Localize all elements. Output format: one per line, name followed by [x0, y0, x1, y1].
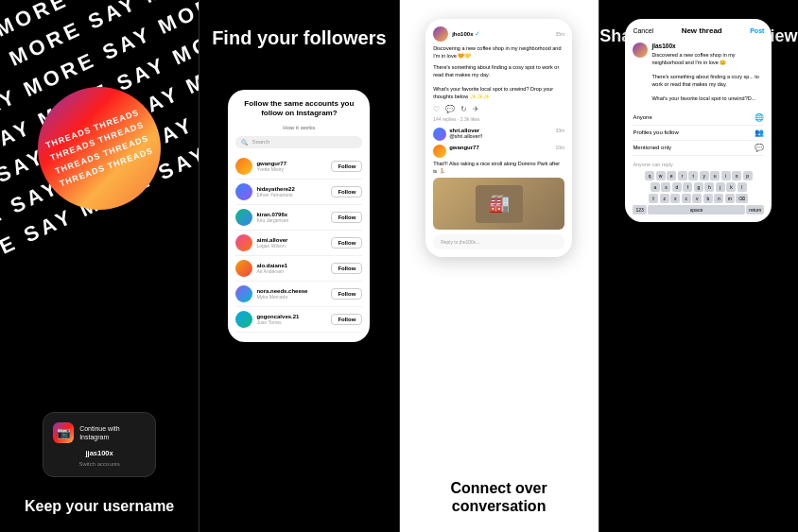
follow-info: gogoncalves.21 Juan Torres — [256, 314, 331, 325]
repost-icon[interactable]: ↻ — [460, 105, 467, 113]
key-c[interactable]: c — [682, 194, 691, 203]
panel-1-phone: 📷 Continue with Instagram jjas100x Switc… — [38, 412, 161, 477]
connect-instagram-row: 📷 Continue with Instagram — [53, 422, 146, 443]
post-button[interactable]: Post — [750, 27, 764, 34]
compose-content: jlas100x Discovered a new coffee shop in… — [651, 43, 764, 103]
follow-realname: Juan Torres — [256, 319, 331, 325]
key-return[interactable]: return — [746, 205, 764, 215]
share-icon[interactable]: ✈ — [473, 105, 479, 113]
follow-button[interactable]: Follow — [331, 161, 362, 172]
follow-row: hidayathere22 Ethan Yamamoto Follow — [235, 180, 362, 205]
keyboard-row-2: a s d f g h j k l — [633, 182, 764, 192]
key-o[interactable]: o — [732, 171, 741, 180]
key-t[interactable]: t — [688, 171, 698, 180]
key-r[interactable]: r — [678, 171, 687, 180]
avatar — [235, 183, 252, 200]
key-shift[interactable]: ⇧ — [649, 194, 658, 203]
search-box[interactable]: 🔍 Search — [235, 136, 362, 148]
key-d[interactable]: d — [672, 182, 682, 192]
gwan-text: That!!! Also taking a nice stroll along … — [433, 161, 564, 175]
comment-time: 33m — [555, 128, 564, 133]
follow-info: nora.needs.cheese Myka Mercado — [256, 288, 331, 300]
compose-text[interactable]: Discovered a new coffee shop in my neigh… — [651, 52, 764, 103]
gwan-username: gwangur77 — [449, 145, 479, 158]
panel-keep-username: SAY MORE SAY MORE SAY MORE SAY MORE SAY … — [0, 0, 199, 532]
follow-button[interactable]: Follow — [331, 263, 362, 274]
key-w[interactable]: w — [656, 171, 666, 180]
follow-header: Follow the same accounts you follow on I… — [235, 99, 362, 119]
follow-button[interactable]: Follow — [331, 314, 362, 325]
switch-accounts: Switch accounts — [53, 461, 146, 467]
follow-info: hidayathere22 Ethan Yamamoto — [256, 186, 331, 197]
key-g[interactable]: g — [694, 182, 703, 192]
compose-username: jlas100x — [651, 43, 764, 49]
key-backspace[interactable]: ⌫ — [736, 194, 748, 203]
key-z[interactable]: z — [660, 194, 669, 203]
key-a[interactable]: a — [651, 182, 660, 192]
follow-row: nora.needs.cheese Myka Mercado Follow — [235, 282, 362, 307]
key-f[interactable]: f — [683, 182, 692, 192]
gwan-time: 10m — [555, 145, 564, 158]
like-count: 2.3k likes — [460, 116, 480, 122]
key-q[interactable]: q — [645, 171, 654, 180]
key-e[interactable]: e — [667, 171, 676, 180]
key-i[interactable]: i — [721, 171, 731, 180]
key-v[interactable]: v — [692, 194, 702, 203]
follow-button[interactable]: Follow — [331, 186, 362, 197]
key-u[interactable]: u — [710, 171, 720, 180]
key-p[interactable]: p — [743, 171, 753, 180]
key-m[interactable]: m — [725, 194, 735, 203]
follow-button[interactable]: Follow — [331, 288, 362, 300]
key-n[interactable]: n — [714, 194, 723, 203]
panel-4-phone: Cancel New thread Post jlas100x Discover… — [625, 19, 772, 222]
key-j[interactable]: j — [716, 182, 725, 192]
svg-text:🏭: 🏭 — [489, 193, 511, 214]
follow-realname: Air Andersen — [256, 268, 331, 274]
panel-1-label: Keep your username — [15, 497, 183, 515]
post-stats: 144 replies · 2.3k likes — [433, 116, 564, 122]
key-k[interactable]: k — [726, 182, 736, 192]
keyboard-row-3: ⇧ z x c v b n m ⌫ — [633, 194, 764, 203]
panel-share-view: Share your point of view Cancel New thre… — [598, 0, 798, 532]
follow-realname: Kiru Jørgensen — [256, 217, 331, 223]
key-b[interactable]: b — [703, 194, 713, 203]
search-placeholder: Search — [252, 139, 269, 145]
avatar — [235, 311, 252, 328]
thread-compose: jlas100x Discovered a new coffee shop in… — [633, 43, 764, 103]
follow-button[interactable]: Follow — [331, 237, 362, 249]
post-username: jho100x — [452, 31, 473, 37]
follow-info: gwangur77 Yvette Mistry — [256, 161, 331, 172]
new-thread-title: New thread — [682, 26, 722, 35]
keyboard-row-4: 123 space return — [633, 205, 764, 215]
cancel-button[interactable]: Cancel — [633, 27, 653, 34]
how-it-works: How it works — [235, 125, 362, 130]
heart-icon[interactable]: ♡ — [433, 105, 440, 113]
post-with-image: gwangur77 10m That!!! Also taking a nice… — [433, 145, 564, 230]
key-l[interactable]: l — [737, 182, 747, 192]
key-123[interactable]: 123 — [633, 205, 646, 215]
panel-1-background-art: SAY MORE SAY MORE SAY MORE SAY MORE SAY … — [0, 0, 199, 321]
audience-anyone[interactable]: Anyone 🌐 — [633, 111, 764, 126]
audience-mentioned[interactable]: Mentioned only 💬 — [633, 141, 764, 156]
reply-count: 144 replies — [433, 116, 456, 122]
key-space[interactable]: space — [648, 205, 745, 215]
key-h[interactable]: h — [704, 182, 714, 192]
threads-logo-circle: THREADS THREADSTHREADS THREADSTHREADS TH… — [38, 87, 161, 210]
follow-button[interactable]: Follow — [331, 212, 362, 223]
reply-input[interactable]: Reply to jho100x... — [433, 234, 564, 249]
key-s[interactable]: s — [661, 182, 670, 192]
key-y[interactable]: y — [700, 171, 709, 180]
panel-connect-conversation: Connect over conversation jho100x ✓ 35m … — [399, 0, 598, 532]
panel-find-followers: Find your followers Follow the same acco… — [199, 0, 398, 532]
follow-realname: Yvette Mistry — [256, 166, 331, 172]
search-icon: 🔍 — [241, 139, 248, 146]
audience-following[interactable]: Profiles you follow 👥 — [633, 126, 764, 141]
post-subtext: There's something about finding a cosy s… — [433, 64, 564, 100]
comment-icon[interactable]: 💬 — [445, 105, 455, 113]
follow-info: alo.daiane1 Air Andersen — [256, 263, 331, 274]
key-x[interactable]: x — [670, 194, 680, 203]
follow-row: gogoncalves.21 Juan Torres Follow — [235, 307, 362, 333]
following-icon: 👥 — [755, 129, 764, 137]
keyboard: q w e r t y u i o p a s d f g h — [633, 171, 764, 215]
follow-realname: Myka Mercado — [256, 294, 331, 300]
